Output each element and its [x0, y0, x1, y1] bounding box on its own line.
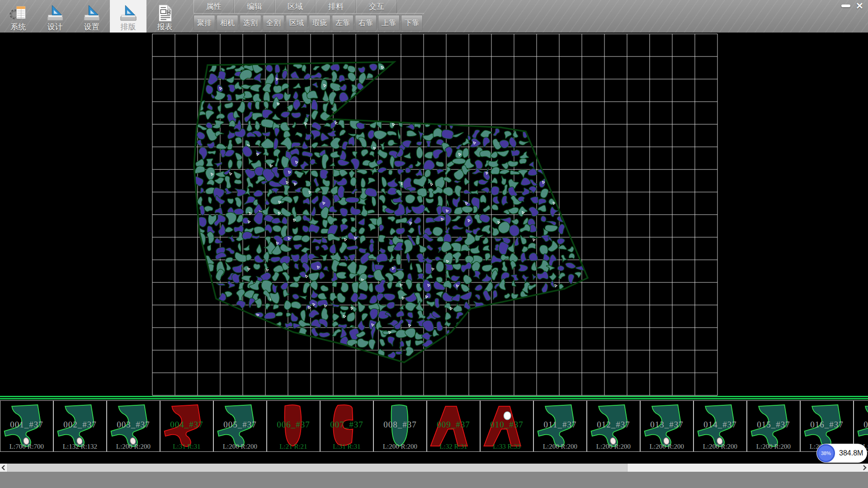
toolbar-item-2[interactable]: 设计: [37, 0, 73, 33]
part-thumbnail-12[interactable]: 012_#37L:200 R:200: [587, 400, 640, 452]
menu-tab-2[interactable]: 编辑: [234, 0, 275, 13]
part-shape: [481, 402, 531, 450]
action-button-10[interactable]: 下靠: [401, 15, 423, 31]
part-thumbnail-10[interactable]: 010_#37L:33 R:33: [480, 400, 533, 452]
part-thumbnail-5[interactable]: 005_#37L:200 R:200: [213, 400, 267, 452]
part-thumbnail-1[interactable]: 001_#37L:700 R:700: [0, 400, 53, 452]
action-button-8[interactable]: 右靠: [355, 15, 377, 31]
part-shape: [535, 402, 585, 450]
close-icon: ✕: [856, 1, 863, 10]
minimize-button[interactable]: [839, 1, 853, 10]
part-thumbnail-8[interactable]: 008_#37L:200 R:200: [373, 400, 427, 452]
scroll-right-button[interactable]: [861, 464, 868, 472]
minimize-icon: [841, 5, 850, 7]
system-gear-icon: [9, 4, 28, 23]
scrollbar-thumb[interactable]: [7, 464, 627, 472]
scroll-right-icon: [862, 465, 867, 470]
menu-tab-5[interactable]: 交互: [356, 0, 397, 13]
parts-thumbnail-strip: 001_#37L:700 R:700002_#37L:132 R:132003_…: [0, 400, 868, 453]
action-button-4[interactable]: 全割: [263, 15, 284, 31]
part-shape: [268, 402, 318, 450]
toolbar-item-label: 报表: [157, 23, 173, 32]
part-shape: [1, 402, 51, 450]
action-button-5[interactable]: 区域: [286, 15, 307, 31]
toolbar-item-label: 设计: [47, 23, 63, 32]
part-shape: [428, 402, 478, 450]
part-shape: [695, 402, 745, 450]
action-toolbar: 聚排相机选割全割区域瑕疵左靠右靠上靠下靠: [193, 15, 424, 31]
part-shape: [748, 402, 798, 450]
panel-separator: [0, 396, 868, 400]
part-thumbnail-13[interactable]: 013_#37L:200 R:200: [640, 400, 693, 452]
part-thumbnail-7[interactable]: 007_#37L:31 R:31: [320, 400, 373, 452]
menu-area: 属性编辑区域排料交互 聚排相机选割全割区域瑕疵左靠右靠上靠下靠: [193, 0, 424, 31]
action-button-6[interactable]: 瑕疵: [309, 15, 330, 31]
action-button-3[interactable]: 选割: [240, 15, 261, 31]
menu-tab-1[interactable]: 属性: [193, 0, 234, 13]
window-bottom-frame: [0, 472, 868, 488]
part-shape: [55, 402, 104, 450]
part-shape: [802, 402, 851, 450]
window-controls: ✕: [839, 1, 867, 10]
top-toolbar: 系统设计设置排版报表 属性编辑区域排料交互 聚排相机选割全割区域瑕疵左靠右靠上靠…: [0, 0, 868, 33]
scroll-left-button[interactable]: [0, 464, 7, 472]
action-button-7[interactable]: 左靠: [332, 15, 354, 31]
scroll-left-icon: [1, 465, 6, 470]
toolbar-item-5[interactable]: 报表: [146, 0, 183, 33]
action-button-2[interactable]: 相机: [217, 15, 238, 31]
part-shape: [215, 402, 264, 450]
part-shape: [321, 402, 371, 450]
menu-tab-3[interactable]: 区域: [275, 0, 316, 13]
part-thumbnail-3[interactable]: 003_#37L:200 R:200: [107, 400, 160, 452]
nesting-layout-drawing: [0, 33, 868, 396]
part-shape: [855, 402, 868, 450]
action-button-1[interactable]: 聚排: [193, 15, 215, 31]
part-shape: [161, 402, 211, 450]
progress-circle: 38%: [817, 444, 835, 462]
set-square-icon: [82, 4, 101, 23]
part-shape: [375, 402, 425, 450]
main-toolbar: 系统设计设置排版报表: [0, 0, 183, 33]
nesting-canvas[interactable]: [0, 33, 868, 396]
part-thumbnail-14[interactable]: 014_#37L:200 R:200: [693, 400, 747, 452]
part-shape: [642, 402, 691, 450]
part-thumbnail-6[interactable]: 006_#37L:21 R:21: [267, 400, 320, 452]
close-button[interactable]: ✕: [853, 1, 867, 10]
toolbar-item-label: 排版: [121, 23, 136, 32]
set-square-icon: [119, 4, 138, 23]
set-square-icon: [46, 4, 65, 23]
part-thumbnail-4[interactable]: 004_#37L:31 R:31: [160, 400, 213, 452]
part-thumbnail-9[interactable]: 009_#37L:32 R:31: [427, 400, 480, 452]
part-thumbnail-15[interactable]: 015_#37L:200 R:200: [747, 400, 800, 452]
part-thumbnail-2[interactable]: 002_#37L:132 R:132: [53, 400, 107, 452]
progress-percent: 38%: [821, 450, 831, 456]
menu-tab-4[interactable]: 排料: [316, 0, 356, 13]
part-shape: [588, 402, 638, 450]
toolbar-item-label: 设置: [84, 23, 99, 32]
toolbar-item-1[interactable]: 系统: [0, 0, 37, 33]
memory-status-badge: 38% 384.8M: [816, 444, 867, 463]
toolbar-item-3[interactable]: 设置: [73, 0, 110, 33]
report-icon: [156, 4, 175, 23]
part-shape: [108, 402, 158, 450]
part-thumbnail-11[interactable]: 011_#37L:200 R:200: [533, 400, 587, 452]
menu-tab-bar: 属性编辑区域排料交互: [193, 0, 424, 14]
toolbar-item-label: 系统: [11, 23, 26, 32]
action-button-9[interactable]: 上靠: [378, 15, 400, 31]
horizontal-scrollbar[interactable]: [0, 464, 868, 472]
memory-value: 384.8M: [839, 449, 863, 457]
toolbar-item-4[interactable]: 排版: [110, 0, 146, 33]
